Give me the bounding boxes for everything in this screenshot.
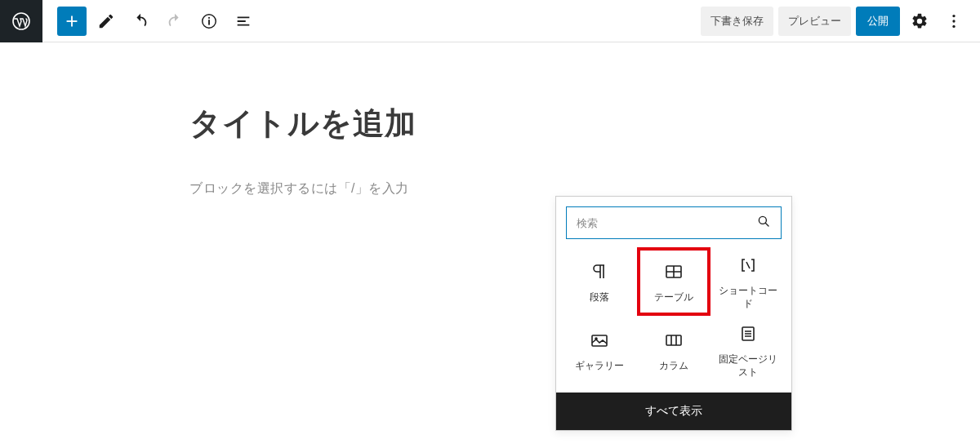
wordpress-icon xyxy=(11,11,31,31)
svg-point-5 xyxy=(952,20,955,22)
table-icon xyxy=(664,259,684,285)
save-draft-button[interactable]: 下書き保存 xyxy=(701,7,773,36)
info-icon xyxy=(200,12,218,30)
post-title-input[interactable]: タイトルを追加 xyxy=(189,103,791,144)
gallery-icon xyxy=(590,327,609,353)
redo-button[interactable] xyxy=(160,7,189,36)
svg-point-10 xyxy=(595,338,597,339)
block-item-label: ギャラリー xyxy=(572,360,627,373)
inserter-search-wrap xyxy=(556,197,791,247)
redo-icon xyxy=(166,12,184,30)
block-item-table[interactable]: テーブル xyxy=(637,247,711,316)
svg-point-4 xyxy=(952,14,955,16)
wordpress-logo[interactable] xyxy=(0,0,42,42)
paragraph-icon xyxy=(590,259,609,285)
toolbar-right: 下書き保存 プレビュー 公開 xyxy=(701,7,980,36)
block-grid: 段落 テーブル ショートコード ギャラリー カラム 固定ページリスト xyxy=(556,247,791,393)
svg-point-6 xyxy=(952,24,955,27)
block-item-columns[interactable]: カラム xyxy=(637,316,711,384)
kebab-icon xyxy=(945,12,963,30)
edit-mode-button[interactable] xyxy=(91,7,121,36)
block-item-gallery[interactable]: ギャラリー xyxy=(563,316,637,384)
more-menu-button[interactable] xyxy=(939,7,969,36)
undo-button[interactable] xyxy=(126,7,155,36)
block-item-shortcode[interactable]: ショートコード xyxy=(710,247,785,316)
svg-rect-11 xyxy=(666,335,681,345)
block-item-label: 固定ページリスト xyxy=(710,353,785,379)
inserter-search-box[interactable] xyxy=(566,206,782,239)
block-item-label: カラム xyxy=(656,360,692,373)
block-item-label: ショートコード xyxy=(710,285,785,310)
block-item-paragraph[interactable]: 段落 xyxy=(563,247,637,316)
preview-button[interactable]: プレビュー xyxy=(778,7,851,36)
add-block-button[interactable] xyxy=(57,7,87,36)
block-item-page-list[interactable]: 固定ページリスト xyxy=(710,316,785,384)
block-inserter-popup: 段落 テーブル ショートコード ギャラリー カラム 固定ページリスト すべて表示 xyxy=(555,196,792,431)
svg-rect-2 xyxy=(208,20,210,24)
block-item-label: テーブル xyxy=(651,291,697,304)
search-input[interactable] xyxy=(577,217,756,229)
editor-toolbar: 下書き保存 プレビュー 公開 xyxy=(0,0,980,42)
settings-button[interactable] xyxy=(905,7,934,36)
undo-icon xyxy=(131,12,149,30)
page-list-icon xyxy=(738,321,758,347)
editor-canvas: タイトルを追加 ブロックを選択するには「/」を入力 xyxy=(0,42,980,197)
block-item-label: 段落 xyxy=(586,291,612,304)
publish-button[interactable]: 公開 xyxy=(856,7,900,36)
svg-rect-3 xyxy=(208,16,210,18)
outline-button[interactable] xyxy=(229,7,258,36)
list-view-icon xyxy=(234,12,252,30)
details-button[interactable] xyxy=(194,7,224,36)
post-body-placeholder[interactable]: ブロックを選択するには「/」を入力 xyxy=(189,180,791,197)
columns-icon xyxy=(664,327,684,353)
shortcode-icon xyxy=(738,252,758,278)
show-all-blocks-button[interactable]: すべて表示 xyxy=(556,393,791,430)
toolbar-left xyxy=(0,0,258,42)
gear-icon xyxy=(911,12,929,30)
search-icon xyxy=(756,214,771,232)
pencil-icon xyxy=(97,12,115,30)
plus-icon xyxy=(63,12,81,30)
